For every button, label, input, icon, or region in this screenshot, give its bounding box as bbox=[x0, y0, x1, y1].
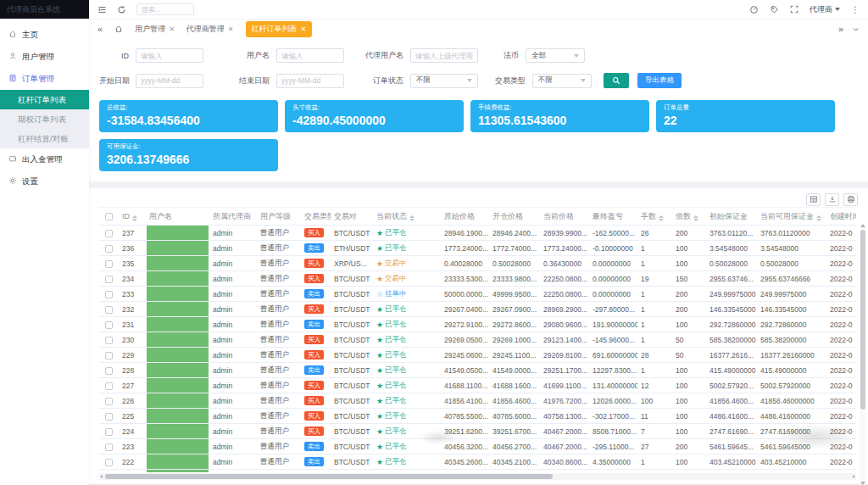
cell-leverage: 50 bbox=[672, 332, 706, 348]
sidebar-item-users[interactable]: 用户管理 bbox=[0, 46, 89, 68]
cell-id: 230 bbox=[119, 332, 146, 348]
col-status[interactable]: 当前状态 bbox=[373, 208, 441, 226]
close-icon[interactable]: ✕ bbox=[228, 25, 234, 33]
cell-open-price: 0.50028000 bbox=[489, 256, 540, 271]
refresh-icon[interactable] bbox=[117, 5, 126, 14]
row-checkbox[interactable] bbox=[105, 413, 113, 421]
order-status-select[interactable]: 不限 bbox=[410, 74, 478, 88]
search-button[interactable] bbox=[604, 73, 629, 88]
cell-pair: BTC/USDT bbox=[331, 348, 373, 363]
global-search-input[interactable] bbox=[136, 3, 194, 15]
tab-label: 用户管理 bbox=[135, 24, 165, 35]
agent-dropdown[interactable]: 代理商 bbox=[810, 4, 840, 15]
row-checkbox[interactable] bbox=[105, 459, 113, 466]
close-icon[interactable]: ✕ bbox=[169, 25, 175, 33]
download-icon[interactable] bbox=[825, 193, 839, 206]
gauge-icon[interactable] bbox=[749, 5, 759, 14]
sort-icon[interactable] bbox=[132, 215, 137, 221]
row-checkbox[interactable] bbox=[105, 260, 113, 268]
sidebar-item-orders[interactable]: 订单管理 bbox=[0, 68, 89, 90]
cell-leverage: 100 bbox=[672, 378, 706, 393]
row-checkbox[interactable] bbox=[105, 428, 113, 436]
row-checkbox[interactable] bbox=[105, 367, 113, 375]
star-icon: ☆ bbox=[376, 290, 383, 298]
tabs-scroll-right-icon[interactable]: » bbox=[838, 25, 843, 34]
row-checkbox[interactable] bbox=[105, 337, 113, 344]
tab-agent-management[interactable]: 代理商管理 ✕ bbox=[186, 24, 234, 35]
row-checkbox[interactable] bbox=[105, 276, 113, 283]
row-checkbox[interactable] bbox=[105, 443, 113, 451]
close-icon[interactable]: ✕ bbox=[301, 25, 307, 33]
menu-collapse-icon[interactable] bbox=[97, 5, 107, 14]
cell-initial-margin: 3.54548000 bbox=[706, 241, 757, 256]
cell-open-price: 29267.0900... bbox=[489, 302, 540, 317]
cell-current-price: 29251.1700... bbox=[540, 363, 589, 378]
col-leverage[interactable]: 倍数 bbox=[672, 208, 706, 226]
fiat-select[interactable]: 全部 bbox=[526, 48, 585, 63]
row-checkbox[interactable] bbox=[105, 230, 113, 237]
horizontal-scrollbar[interactable] bbox=[99, 473, 856, 480]
scroll-down-arrow-icon[interactable] bbox=[860, 482, 865, 485]
select-all-checkbox[interactable] bbox=[105, 213, 113, 220]
columns-icon[interactable] bbox=[806, 193, 821, 206]
cell-lots: 11 bbox=[637, 409, 672, 424]
sort-icon[interactable] bbox=[816, 215, 821, 221]
vertical-scrollbar-thumb[interactable] bbox=[860, 230, 865, 410]
sidebar-item-settings[interactable]: 设置 bbox=[0, 170, 89, 192]
tab-user-management[interactable]: 用户管理 ✕ bbox=[135, 24, 175, 35]
col-available-margin[interactable]: 当前可用保证金 bbox=[757, 208, 826, 226]
sidebar-item-lever-order-list[interactable]: 杠杆订单列表 bbox=[0, 90, 89, 109]
row-checkbox[interactable] bbox=[105, 245, 113, 253]
home-tab-icon[interactable] bbox=[114, 25, 123, 33]
trade-type-badge: 买入 bbox=[304, 228, 324, 237]
more-vertical-icon[interactable]: ⋮ bbox=[851, 5, 860, 14]
cell-available-margin: 41856.46000000 bbox=[757, 393, 826, 409]
username-input[interactable] bbox=[276, 48, 344, 63]
row-checkbox[interactable] bbox=[105, 398, 113, 405]
vertical-scrollbar[interactable] bbox=[860, 227, 865, 482]
trade-type-select[interactable]: 不限 bbox=[532, 74, 592, 88]
agent-username-input[interactable] bbox=[410, 48, 478, 63]
row-checkbox[interactable] bbox=[105, 352, 113, 360]
cell-lots: 1 bbox=[637, 363, 672, 378]
caret-down-icon bbox=[835, 8, 840, 11]
sidebar-item-option-order-list[interactable]: 期权订单列表 bbox=[0, 109, 89, 129]
tabs-menu-chevron-icon[interactable] bbox=[852, 25, 860, 33]
scroll-left-arrow-icon[interactable] bbox=[100, 475, 103, 478]
trade-type-badge: 买入 bbox=[304, 335, 324, 344]
cell-agent: admin bbox=[209, 256, 257, 271]
tabs-scroll-left-icon[interactable]: « bbox=[97, 25, 103, 34]
scroll-right-arrow-icon[interactable] bbox=[853, 475, 855, 478]
id-input[interactable] bbox=[136, 48, 203, 63]
row-checkbox[interactable] bbox=[105, 321, 113, 329]
row-checkbox[interactable] bbox=[105, 291, 113, 298]
cell-available-margin: 16377.26160000 bbox=[757, 348, 826, 363]
tab-lever-order-list-active[interactable]: 杠杆订单列表 ✕ bbox=[246, 21, 313, 37]
row-checkbox[interactable] bbox=[105, 306, 113, 314]
sort-icon[interactable] bbox=[659, 215, 664, 221]
tag-icon[interactable] bbox=[770, 5, 779, 14]
cell-leverage: 50 bbox=[672, 348, 706, 363]
sort-icon[interactable] bbox=[693, 215, 698, 221]
row-checkbox[interactable] bbox=[105, 382, 113, 390]
stat-card: 头寸收益: -42890.45000000 bbox=[285, 100, 464, 132]
star-icon: ★ bbox=[376, 412, 383, 421]
col-lots[interactable]: 手数 bbox=[637, 208, 672, 226]
scroll-up-arrow-icon[interactable] bbox=[860, 224, 865, 227]
sort-icon[interactable] bbox=[409, 215, 415, 221]
sidebar-item-deposit-withdraw[interactable]: 出入金管理 bbox=[0, 148, 89, 170]
col-id[interactable]: ID bbox=[119, 208, 146, 226]
cell-agent: admin bbox=[209, 393, 257, 409]
app-window: 代理商后台系统 主页 用户管理 订单管理 杠杆订单列表 期权订单列表 杠杆结算/… bbox=[0, 0, 868, 485]
end-date-input[interactable] bbox=[276, 74, 344, 88]
cell-leverage: 100 bbox=[672, 256, 706, 271]
horizontal-scrollbar-thumb[interactable] bbox=[105, 474, 553, 479]
status-badge: ★交易中 bbox=[376, 274, 407, 284]
fullscreen-icon[interactable] bbox=[790, 5, 798, 14]
sidebar-item-lever-settlement[interactable]: 杠杆结算/对账 bbox=[0, 129, 89, 148]
export-table-button[interactable]: 导出表格 bbox=[637, 73, 682, 88]
start-date-input[interactable] bbox=[136, 74, 203, 88]
print-icon[interactable] bbox=[843, 193, 858, 206]
sidebar-item-home[interactable]: 主页 bbox=[0, 24, 89, 46]
cell-created-at: 2022-0 bbox=[826, 241, 856, 256]
